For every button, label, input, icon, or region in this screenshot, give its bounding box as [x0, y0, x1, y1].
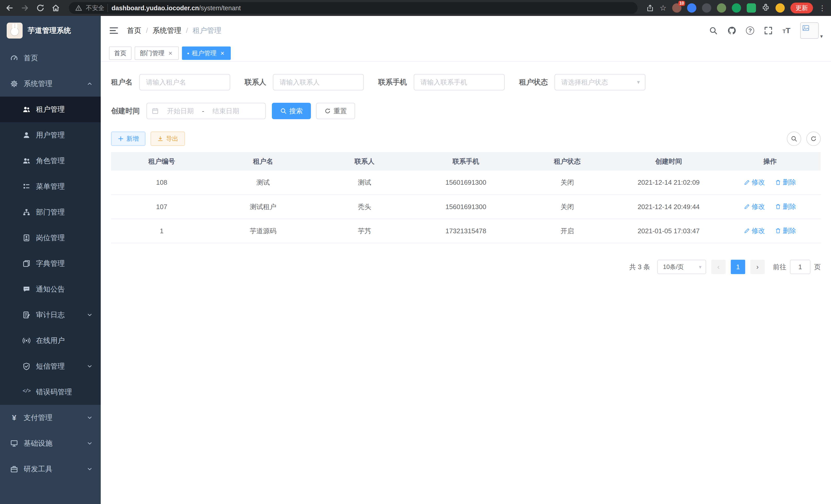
security-warning-label[interactable]: 不安全: [86, 4, 108, 12]
caret-down-icon: ▾: [820, 34, 823, 39]
phone-input[interactable]: [414, 74, 505, 90]
extension-icon-1[interactable]: 10: [672, 3, 682, 12]
extension-icon-2[interactable]: [687, 3, 696, 12]
close-icon[interactable]: ×: [167, 50, 174, 57]
tenant-name-label: 租户名: [111, 77, 133, 87]
edit-link[interactable]: 修改: [744, 202, 765, 211]
sidebar-item-menu[interactable]: 菜单管理: [0, 174, 101, 199]
breadcrumb-separator: /: [186, 26, 188, 35]
dev-toolbox-icon: [10, 465, 18, 473]
browser-forward-icon[interactable]: [21, 4, 29, 12]
help-icon[interactable]: ?: [746, 26, 754, 35]
sidebar-item-home[interactable]: 首页: [0, 45, 101, 71]
tenant-name-input[interactable]: [139, 74, 230, 90]
refresh-table-button[interactable]: [806, 131, 821, 146]
broken-image-icon: [802, 24, 809, 32]
pagination: 共 3 条 10条/页 ▾ ‹ 1 › 前往 页: [111, 260, 821, 274]
user-avatar-dropdown[interactable]: ▾: [800, 22, 823, 39]
table-row: 107 测试租户 秃头 15601691300 关闭 2021-12-14 20…: [111, 195, 821, 219]
delete-link[interactable]: 删除: [775, 226, 796, 235]
delete-link[interactable]: 删除: [775, 178, 796, 187]
col-tenant-name: 租户名: [212, 152, 314, 171]
sidebar-item-audit-log[interactable]: 审计日志: [0, 302, 101, 328]
sidebar-item-online-users[interactable]: 在线用户: [0, 328, 101, 353]
browser-back-icon[interactable]: [5, 4, 14, 12]
sidebar-item-system[interactable]: 系统管理: [0, 71, 101, 97]
sidebar-fold-icon[interactable]: [109, 26, 119, 35]
avatar: [800, 22, 819, 39]
col-contact: 联系人: [314, 152, 415, 171]
extensions-puzzle-icon[interactable]: [762, 4, 770, 12]
app-logo: [7, 23, 23, 38]
sidebar-item-post[interactable]: 岗位管理: [0, 225, 101, 251]
sidebar-item-notice[interactable]: 通知公告: [0, 276, 101, 302]
table-row: 1 芋道源码 芋艿 17321315478 开启 2021-01-05 17:0…: [111, 219, 821, 243]
page-size-select[interactable]: 10条/页 ▾: [657, 260, 706, 274]
profile-avatar-icon[interactable]: [775, 3, 785, 12]
next-page-button[interactable]: ›: [750, 260, 765, 274]
share-icon[interactable]: [646, 4, 654, 12]
browser-reload-icon[interactable]: [36, 4, 45, 12]
app-logo-row[interactable]: 芋道管理系统: [0, 16, 101, 45]
end-date-input[interactable]: [206, 107, 246, 115]
fullscreen-icon[interactable]: [764, 26, 773, 35]
add-button[interactable]: 新增: [111, 131, 145, 146]
tenant-table: 租户编号 租户名 联系人 联系手机 租户状态 创建时间 操作 108 测试 测试: [111, 152, 821, 243]
status-select[interactable]: 请选择租户状态 ▾: [554, 74, 646, 90]
sidebar-menu: 首页 系统管理 租户管理 用户管理 角色管理 菜单管理: [0, 45, 101, 482]
online-signal-icon: [23, 337, 30, 345]
search-icon[interactable]: [709, 26, 718, 35]
extension-icon-4[interactable]: [717, 3, 726, 12]
tab-tenant[interactable]: ● 租户管理 ×: [182, 47, 231, 60]
goto-page-input[interactable]: [790, 260, 810, 274]
sidebar-item-error-code[interactable]: </> 错误码管理: [0, 379, 101, 405]
edit-link[interactable]: 修改: [744, 178, 765, 187]
search-icon: [280, 108, 287, 114]
sidebar-item-dict[interactable]: 字典管理: [0, 251, 101, 276]
toggle-search-button[interactable]: [787, 131, 801, 146]
cell-actions: 修改 删除: [719, 171, 821, 195]
sms-shield-icon: [23, 362, 30, 370]
delete-link[interactable]: 删除: [775, 202, 796, 211]
bookmark-star-icon[interactable]: ☆: [660, 4, 666, 12]
sidebar-item-payment[interactable]: ¥ 支付管理: [0, 405, 101, 431]
sidebar-item-infra[interactable]: 基础设施: [0, 431, 101, 456]
sidebar-item-dept[interactable]: 部门管理: [0, 199, 101, 225]
pagination-jumper: 前往 页: [773, 260, 821, 274]
sidebar-item-dev-tools[interactable]: 研发工具: [0, 456, 101, 482]
page-number-1[interactable]: 1: [731, 260, 745, 274]
breadcrumb-system[interactable]: 系统管理: [153, 26, 181, 35]
browser-home-icon[interactable]: [51, 4, 60, 12]
close-icon[interactable]: ×: [219, 50, 226, 57]
create-time-range-picker[interactable]: -: [146, 103, 266, 119]
extension-icon-6[interactable]: [747, 3, 756, 12]
chrome-update-button[interactable]: 更新: [791, 3, 813, 13]
sidebar-item-tenant[interactable]: 租户管理: [0, 97, 101, 122]
prev-page-button[interactable]: ‹: [711, 260, 726, 274]
dict-book-icon: [23, 260, 30, 267]
chevron-down-icon: [87, 441, 92, 446]
github-icon[interactable]: [727, 26, 736, 35]
sidebar-item-sms[interactable]: 短信管理: [0, 353, 101, 379]
cell-status: 关闭: [516, 195, 618, 219]
export-button[interactable]: 导出: [150, 131, 185, 146]
extension-icon-3[interactable]: [702, 3, 711, 12]
start-date-input[interactable]: [161, 107, 200, 115]
edit-link[interactable]: 修改: [744, 226, 765, 235]
refresh-icon: [810, 136, 817, 142]
cell-tenant-name: 测试: [212, 171, 314, 195]
page-url[interactable]: dashboard.yudao.iocoder.cn/system/tenant: [112, 4, 241, 12]
sidebar-item-role[interactable]: 角色管理: [0, 148, 101, 174]
search-button[interactable]: 搜索: [272, 103, 311, 119]
breadcrumb-home[interactable]: 首页: [127, 26, 141, 35]
tab-dept[interactable]: 部门管理 ×: [135, 47, 179, 60]
caret-down-icon: ▾: [699, 264, 701, 269]
tab-home[interactable]: 首页: [109, 47, 132, 60]
address-bar[interactable]: 不安全 dashboard.yudao.iocoder.cn/system/te…: [69, 2, 637, 14]
sidebar-item-user[interactable]: 用户管理: [0, 122, 101, 148]
browser-menu-icon[interactable]: ⋮: [819, 4, 826, 12]
font-size-icon[interactable]: TT: [782, 27, 791, 34]
reset-button[interactable]: 重置: [316, 103, 355, 119]
contact-input[interactable]: [273, 74, 364, 90]
extension-icon-5[interactable]: [732, 3, 741, 12]
